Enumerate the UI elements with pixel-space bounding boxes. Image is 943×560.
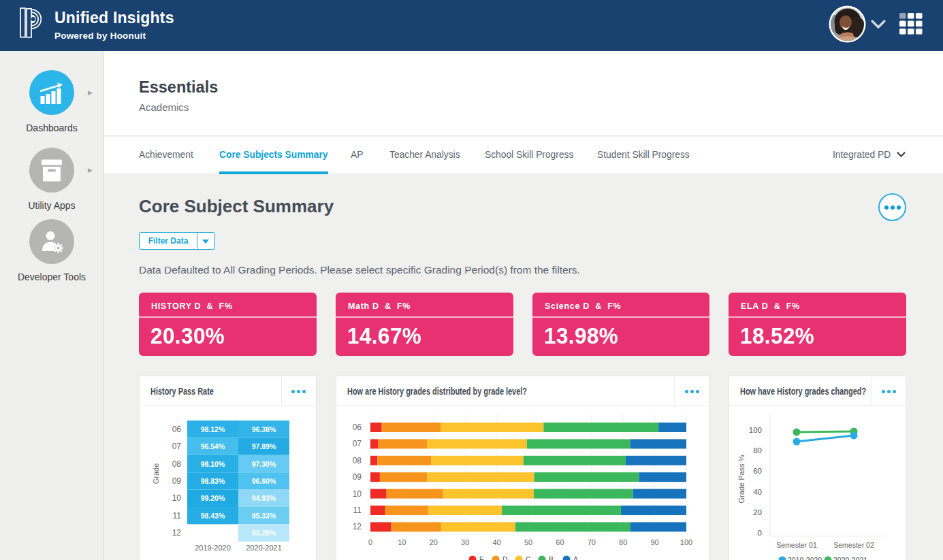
svg-text:10: 10	[398, 538, 406, 546]
svg-text:2019-2020: 2019-2020	[788, 556, 822, 560]
svg-text:2020-2021: 2020-2021	[833, 556, 867, 560]
svg-text:A: A	[573, 555, 578, 560]
svg-text:96.54%: 96.54%	[201, 442, 225, 450]
svg-text:11: 11	[173, 511, 182, 521]
svg-text:10: 10	[172, 493, 182, 503]
svg-text:80: 80	[753, 446, 762, 455]
svg-text:08: 08	[352, 456, 362, 465]
svg-text:90: 90	[650, 538, 658, 546]
svg-text:20: 20	[430, 538, 438, 546]
svg-text:2020-2021: 2020-2021	[246, 544, 282, 552]
svg-text:Semester 01: Semester 01	[776, 541, 817, 549]
svg-text:99.20%: 99.20%	[201, 494, 225, 502]
svg-text:70: 70	[588, 538, 596, 546]
svg-text:09: 09	[352, 472, 362, 482]
svg-text:10: 10	[352, 489, 362, 499]
svg-text:100: 100	[749, 426, 762, 434]
svg-text:98.43%: 98.43%	[201, 512, 225, 520]
svg-text:07: 07	[352, 439, 362, 448]
svg-text:98.12%: 98.12%	[201, 425, 225, 433]
svg-text:93.20%: 93.20%	[252, 529, 276, 537]
svg-text:50: 50	[524, 538, 532, 546]
svg-text:97.30%: 97.30%	[252, 460, 276, 468]
svg-text:98.10%: 98.10%	[201, 460, 225, 468]
svg-text:60: 60	[753, 467, 762, 475]
svg-text:Semester 02: Semester 02	[833, 541, 874, 549]
svg-text:100: 100	[680, 538, 692, 546]
svg-text:40: 40	[753, 488, 762, 496]
svg-text:Grade: Grade	[152, 463, 160, 484]
svg-text:Grade Pass %: Grade Pass %	[737, 455, 746, 503]
svg-text:0: 0	[368, 538, 372, 546]
svg-text:96.38%: 96.38%	[252, 425, 276, 433]
svg-text:12: 12	[172, 528, 182, 538]
svg-text:06: 06	[352, 423, 362, 432]
svg-text:96.60%: 96.60%	[252, 477, 276, 485]
svg-text:F: F	[479, 555, 483, 560]
svg-text:2019-2020: 2019-2020	[195, 544, 231, 552]
svg-text:C: C	[526, 555, 531, 560]
svg-text:80: 80	[619, 538, 627, 546]
svg-text:30: 30	[461, 538, 469, 546]
svg-text:12: 12	[352, 522, 362, 531]
svg-text:D: D	[502, 555, 508, 560]
svg-text:06: 06	[172, 425, 182, 434]
svg-text:97.89%: 97.89%	[252, 442, 276, 450]
svg-text:11: 11	[353, 506, 362, 515]
svg-text:0: 0	[758, 529, 762, 537]
svg-text:98.83%: 98.83%	[201, 477, 225, 485]
svg-text:60: 60	[556, 538, 564, 546]
svg-text:08: 08	[172, 459, 182, 469]
svg-text:40: 40	[492, 538, 500, 546]
svg-text:20: 20	[753, 508, 762, 516]
svg-text:95.33%: 95.33%	[252, 512, 276, 520]
svg-text:B: B	[549, 555, 554, 560]
svg-text:94.93%: 94.93%	[252, 494, 276, 502]
svg-text:09: 09	[172, 476, 182, 486]
svg-text:07: 07	[172, 442, 182, 451]
